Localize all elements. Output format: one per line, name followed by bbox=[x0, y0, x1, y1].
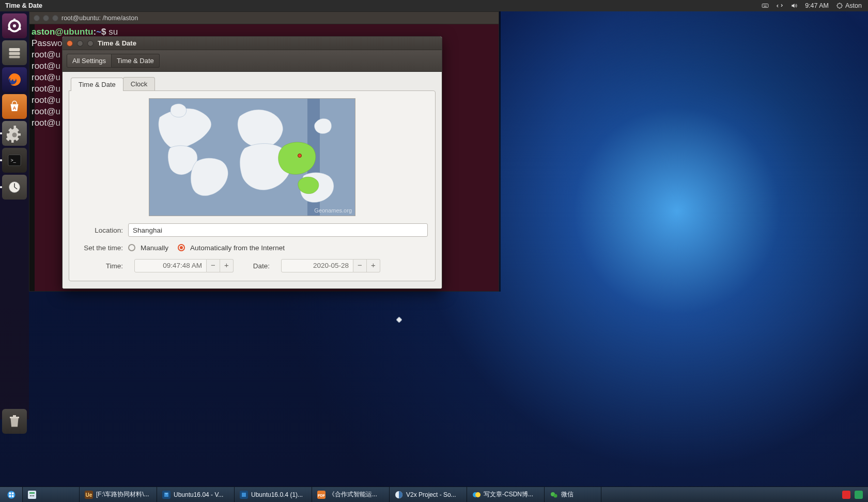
network-indicator-icon[interactable] bbox=[776, 2, 783, 9]
launcher-trash[interactable] bbox=[2, 409, 27, 434]
time-spinbox: 09:47:48 AM − + bbox=[134, 259, 234, 272]
svg-rect-27 bbox=[28, 491, 36, 499]
svg-point-16 bbox=[12, 133, 17, 138]
radio-manually[interactable]: Manually bbox=[128, 244, 168, 252]
date-label: Date: bbox=[245, 262, 270, 270]
start-button[interactable] bbox=[0, 487, 23, 502]
svg-rect-0 bbox=[762, 4, 768, 8]
launcher-terminal[interactable]: >_ bbox=[2, 148, 27, 173]
svg-rect-26 bbox=[11, 495, 13, 497]
launcher-dash[interactable] bbox=[2, 13, 27, 38]
settings-content: Time & Date Clock bbox=[63, 72, 442, 288]
svg-rect-11 bbox=[9, 48, 20, 51]
svg-rect-21 bbox=[13, 415, 16, 417]
svg-text:>_: >_ bbox=[11, 158, 17, 163]
svg-rect-23 bbox=[9, 492, 11, 494]
taskbar-item-label: 《合作式智能运... bbox=[329, 490, 377, 499]
svg-point-10 bbox=[19, 28, 21, 31]
svg-point-8 bbox=[13, 19, 16, 21]
svg-point-22 bbox=[7, 491, 15, 498]
taskbar-item[interactable]: Ubuntu16.04 - V... bbox=[157, 487, 235, 502]
tab-time-and-date[interactable]: Time & Date bbox=[71, 78, 123, 91]
window-close-icon[interactable] bbox=[34, 15, 40, 21]
tray-ime-icon[interactable] bbox=[842, 491, 850, 499]
launcher-software[interactable]: A bbox=[2, 94, 27, 119]
top-panel: Time & Date 9:47 AM Aston bbox=[0, 0, 868, 11]
date-increment-button[interactable]: + bbox=[367, 259, 380, 272]
terminal-titlebar[interactable]: root@ubuntu: /home/aston bbox=[29, 12, 499, 24]
taskbar-pinned-calculator[interactable] bbox=[23, 487, 80, 502]
launcher-trash-area bbox=[0, 409, 29, 434]
all-settings-button[interactable]: All Settings bbox=[67, 54, 112, 68]
windows-taskbar: Ue [F:\车路协同材料\... Ubuntu16.04 - V... Ubu… bbox=[0, 486, 868, 502]
svg-rect-24 bbox=[11, 492, 13, 494]
window-close-icon[interactable] bbox=[67, 40, 73, 47]
launcher-settings[interactable] bbox=[2, 121, 27, 146]
radio-automatically[interactable]: Automatically from the Internet bbox=[178, 244, 285, 252]
taskbar-item[interactable]: V2x Project - So... bbox=[390, 487, 467, 502]
svg-rect-28 bbox=[29, 492, 35, 494]
panel-app-title: Time & Date bbox=[0, 2, 42, 9]
svg-point-9 bbox=[8, 28, 10, 31]
taskbar-item-label: 写文章-CSDN博... bbox=[484, 490, 533, 499]
time-label: Time: bbox=[76, 262, 123, 270]
date-spinbox: 2020-05-28 − + bbox=[281, 259, 380, 272]
taskbar-item[interactable]: Ubuntu16.0.4 (1)... bbox=[235, 487, 312, 502]
tab-panel-time-and-date: Geonames.org Location: Set the time: Man… bbox=[69, 90, 436, 281]
terminal-prompt-user: aston@ubuntu bbox=[32, 27, 94, 37]
launcher-clock[interactable] bbox=[2, 175, 27, 200]
svg-point-42 bbox=[554, 494, 557, 497]
svg-point-30 bbox=[32, 495, 33, 496]
window-maximize-icon[interactable] bbox=[52, 15, 58, 21]
taskbar-item[interactable]: 微信 bbox=[545, 487, 601, 502]
breadcrumb-current[interactable]: Time & Date bbox=[112, 54, 160, 68]
tab-clock[interactable]: Clock bbox=[123, 77, 156, 90]
svg-rect-12 bbox=[9, 52, 20, 55]
settings-toolbar: All Settings Time & Date bbox=[63, 50, 442, 72]
launcher-files[interactable] bbox=[2, 40, 27, 65]
date-decrement-button[interactable]: − bbox=[353, 259, 367, 272]
window-minimize-icon[interactable] bbox=[77, 40, 83, 47]
terminal-title: root@ubuntu: /home/aston bbox=[61, 14, 138, 22]
panel-username: Aston bbox=[845, 2, 862, 9]
sound-indicator-icon[interactable] bbox=[791, 2, 798, 9]
svg-point-2 bbox=[765, 5, 765, 5]
taskbar-item[interactable]: Ue [F:\车路协同材料\... bbox=[80, 487, 157, 502]
taskbar-item[interactable]: PDF 《合作式智能运... bbox=[312, 487, 390, 502]
location-marker-icon bbox=[298, 154, 302, 158]
keyboard-indicator-icon[interactable] bbox=[762, 2, 769, 9]
taskbar-item-label: 微信 bbox=[561, 490, 574, 499]
taskbar-item-label: Ubuntu16.04 - V... bbox=[174, 491, 223, 498]
svg-rect-13 bbox=[9, 56, 20, 58]
location-input[interactable] bbox=[128, 223, 428, 237]
location-label: Location: bbox=[76, 226, 123, 234]
time-increment-button[interactable]: + bbox=[220, 259, 234, 272]
svg-point-29 bbox=[30, 495, 31, 496]
svg-text:A: A bbox=[13, 105, 17, 111]
window-maximize-icon[interactable] bbox=[87, 40, 94, 47]
svg-point-3 bbox=[766, 5, 766, 5]
time-value[interactable]: 09:47:48 AM bbox=[134, 259, 207, 272]
taskbar-item-label: [F:\车路协同材料\... bbox=[96, 490, 149, 499]
timezone-map[interactable]: Geonames.org bbox=[149, 98, 355, 216]
time-date-settings-window[interactable]: Time & Date All Settings Time & Date Tim… bbox=[62, 36, 442, 289]
svg-rect-20 bbox=[10, 417, 19, 418]
settings-titlebar[interactable]: Time & Date bbox=[63, 37, 442, 50]
settings-tabs: Time & Date Clock bbox=[71, 77, 436, 90]
svg-rect-4 bbox=[764, 6, 767, 7]
unity-launcher: A >_ bbox=[0, 11, 29, 419]
taskbar-item-label: Ubuntu16.0.4 (1)... bbox=[251, 491, 303, 498]
settings-title: Time & Date bbox=[98, 39, 136, 47]
taskbar-item[interactable]: 写文章-CSDN博... bbox=[467, 487, 545, 502]
window-minimize-icon[interactable] bbox=[43, 15, 49, 21]
svg-rect-25 bbox=[9, 495, 11, 497]
tray-app-icon[interactable] bbox=[855, 491, 863, 499]
session-indicator[interactable]: Aston bbox=[836, 2, 862, 9]
svg-point-1 bbox=[764, 5, 764, 5]
windows-tray[interactable] bbox=[837, 487, 868, 502]
date-value[interactable]: 2020-05-28 bbox=[281, 259, 353, 272]
time-decrement-button[interactable]: − bbox=[207, 259, 220, 272]
panel-clock[interactable]: 9:47 AM bbox=[805, 2, 829, 9]
svg-point-31 bbox=[33, 495, 34, 496]
launcher-firefox[interactable] bbox=[2, 67, 27, 92]
